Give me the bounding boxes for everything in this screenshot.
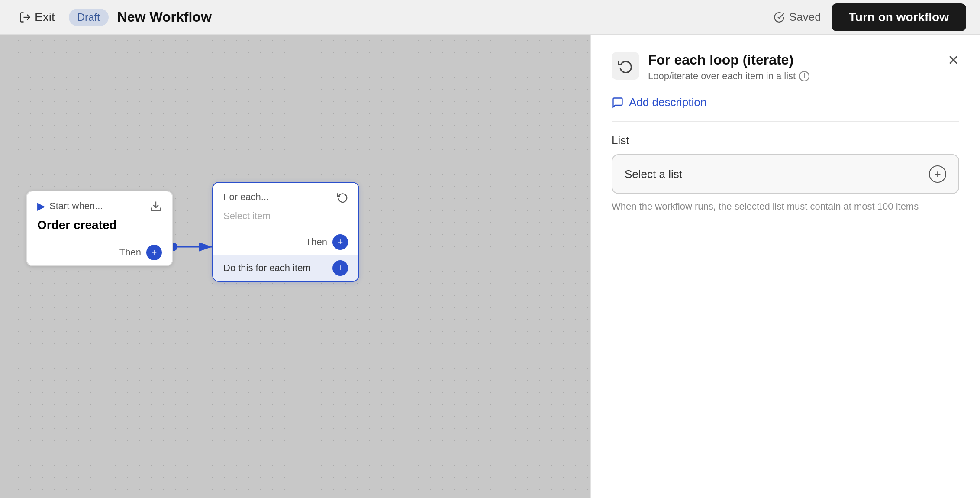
play-icon: ▶ (37, 200, 45, 212)
right-panel: For each loop (iterate) Loop/iterate ove… (590, 35, 980, 498)
list-field-label: List (612, 134, 959, 147)
header-right: Saved Turn on workflow (774, 3, 966, 31)
iterate-icon (337, 191, 348, 203)
for-each-node: For each... Select item Then + Do this f… (212, 182, 359, 282)
then-label: Then (119, 247, 141, 258)
header: Exit Draft New Workflow Saved Turn on wo… (0, 0, 980, 35)
select-list-dropdown[interactable]: Select a list + (612, 154, 959, 194)
panel-divider (612, 121, 959, 122)
panel-header: For each loop (iterate) Loop/iterate ove… (612, 52, 959, 82)
for-each-footer: Then + (213, 229, 358, 255)
exit-label: Exit (35, 10, 55, 24)
add-description-button[interactable]: Add description (612, 96, 959, 109)
saved-status: Saved (774, 10, 821, 24)
for-each-header: For each... (213, 183, 358, 207)
header-left: Exit Draft New Workflow (14, 7, 212, 28)
saved-icon (774, 12, 785, 23)
start-node-title: Order created (27, 217, 172, 239)
exit-button[interactable]: Exit (14, 7, 60, 28)
for-each-bottom: Do this for each item + (213, 255, 358, 281)
panel-iterate-icon (612, 52, 639, 80)
add-then-button[interactable]: + (146, 245, 162, 260)
list-hint: When the workflow runs, the selected lis… (612, 201, 959, 212)
close-panel-button[interactable]: ✕ (948, 52, 959, 68)
for-each-add-do-button[interactable]: + (332, 260, 348, 276)
turn-on-button[interactable]: Turn on workflow (832, 3, 966, 31)
workflow-canvas: ▶ Start when... Order created Then + For… (0, 35, 980, 498)
chat-icon (612, 97, 624, 109)
start-node: ▶ Start when... Order created Then + (26, 191, 173, 266)
for-each-select-item[interactable]: Select item (213, 207, 358, 229)
exit-icon (19, 11, 31, 23)
draft-badge: Draft (69, 9, 109, 26)
download-icon (150, 200, 162, 212)
for-then-label: Then (306, 236, 327, 248)
start-node-header: ▶ Start when... (27, 191, 172, 217)
select-list-placeholder: Select a list (625, 168, 682, 181)
workflow-title: New Workflow (117, 9, 212, 25)
start-trigger-label: ▶ Start when... (37, 200, 103, 212)
panel-title-text: For each loop (iterate) Loop/iterate ove… (648, 52, 809, 82)
panel-title-group: For each loop (iterate) Loop/iterate ove… (612, 52, 809, 82)
do-each-label: Do this for each item (223, 262, 311, 274)
info-icon: i (799, 71, 809, 81)
panel-subtitle: Loop/iterate over each item in a list i (648, 71, 809, 82)
start-node-footer: Then + (27, 239, 172, 265)
panel-title: For each loop (iterate) (648, 52, 809, 68)
for-each-add-then-button[interactable]: + (332, 234, 348, 250)
add-list-icon: + (929, 165, 946, 183)
